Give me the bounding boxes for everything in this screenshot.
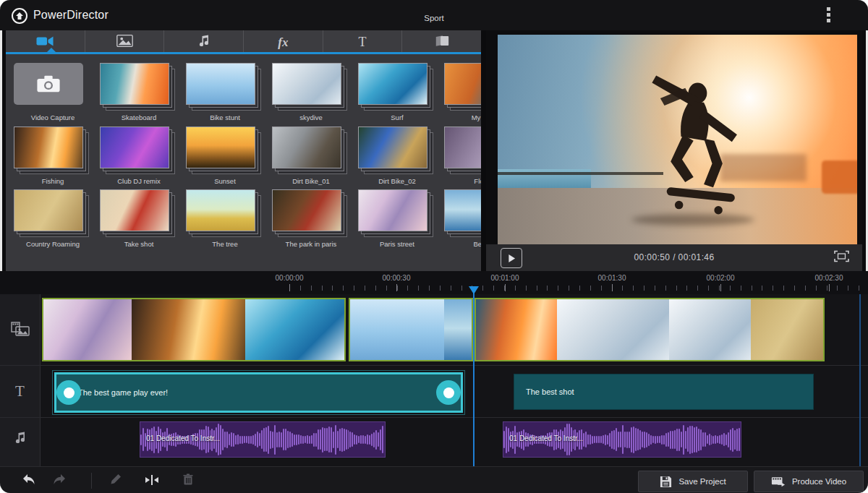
thumbnail-paris-street [358, 189, 427, 231]
library-item-label: Video Capture [13, 113, 93, 121]
trim-handle-left[interactable] [56, 380, 81, 405]
library-item-label: My vide [443, 113, 481, 121]
playhead-line [473, 292, 475, 466]
library-item-label: Dirt Bike_02 [357, 177, 437, 185]
library-item-the-tree[interactable]: The tree [185, 189, 271, 248]
transition-icon [434, 35, 450, 50]
clip-frame-beach [444, 299, 472, 360]
thumbnail-flower [444, 127, 481, 168]
photo-icon [116, 35, 133, 50]
video-clip[interactable] [42, 298, 346, 361]
produce-video-button[interactable]: Produce Video [754, 471, 864, 492]
audio-clip[interactable]: 01 Dedicated To Instr... [140, 421, 386, 458]
thumbnail-club-dj [100, 127, 169, 168]
ruler-label: 00:02:30 [807, 274, 851, 282]
clip-frame-bike-stunt [350, 299, 444, 360]
media-library: Video CaptureSkateboardBike stuntskydive… [6, 54, 481, 271]
title-clip-text: The best shot [514, 387, 574, 396]
thumbnail-dirt-bike-02 [358, 127, 427, 168]
preview-panel: 00:00:50 / 00:01:46 [486, 30, 862, 271]
library-item-dirt-bike-01[interactable]: Dirt Bike_01 [271, 127, 357, 185]
produce-film-icon [771, 476, 786, 488]
library-item-skydive[interactable]: skydive [271, 63, 357, 121]
library-item-label: The park in paris [271, 240, 351, 248]
undo-button[interactable] [19, 472, 39, 489]
clip-frame-fishing [132, 299, 245, 360]
library-item-take-shot[interactable]: Take shot [99, 189, 185, 248]
preview-viewport[interactable] [498, 35, 857, 244]
library-item-beach[interactable]: Beach [443, 189, 481, 248]
clip-frame-country-roaming [751, 299, 823, 360]
video-clip[interactable] [475, 298, 825, 361]
library-item-label: Dirt Bike_01 [271, 177, 351, 185]
library-item-label: Beach [443, 240, 481, 248]
tab-title-room[interactable]: T [323, 30, 402, 54]
trim-handle-right[interactable] [436, 380, 461, 405]
kebab-menu-icon[interactable] [823, 7, 833, 25]
library-item-my-video[interactable]: My vide [443, 63, 481, 121]
library-item-label: Club DJ remix [99, 177, 179, 185]
library-item-flower[interactable]: Flowe [443, 127, 481, 185]
library-item-sunset[interactable]: Sunset [185, 127, 271, 185]
video-capture-tile [14, 63, 83, 105]
camera-icon [36, 74, 61, 93]
video-clip[interactable] [349, 298, 473, 361]
library-item-paris-street[interactable]: Paris street [357, 189, 443, 248]
library-item-label: Skateboard [99, 113, 179, 121]
library-item-label: Bike stunt [185, 113, 265, 121]
room-tab-bar: fxT [6, 30, 481, 54]
clip-frame-skate-flare [476, 299, 557, 360]
library-item-park-paris[interactable]: The park in paris [271, 189, 357, 248]
library-item-bike-stunt[interactable]: Bike stunt [185, 63, 271, 121]
library-item-club-dj[interactable]: Club DJ remix [99, 127, 185, 185]
tab-media-room[interactable] [6, 30, 85, 54]
split-icon [144, 473, 160, 489]
library-item-skateboard[interactable]: Skateboard [99, 63, 185, 121]
timecode: 00:00:50 / 00:01:46 [486, 252, 862, 262]
thumbnail-country-roaming [14, 189, 83, 231]
thumbnail-take-shot [100, 189, 169, 231]
library-item-dirt-bike-02[interactable]: Dirt Bike_02 [357, 127, 443, 185]
track-header-column: T [0, 294, 41, 466]
fullscreen-icon[interactable] [834, 250, 849, 265]
thumbnail-the-tree [186, 189, 255, 231]
playhead-handle[interactable] [469, 286, 479, 294]
tab-photo-room[interactable] [85, 30, 164, 54]
preview-controls: 00:00:50 / 00:01:46 [486, 244, 862, 271]
trash-button [178, 472, 198, 489]
save-project-button[interactable]: Save Project [638, 471, 748, 492]
title-clip[interactable]: The best game play ever! [54, 372, 463, 413]
clip-frame-surf [245, 299, 344, 360]
library-item-country-roaming[interactable]: Country Roaming [13, 189, 99, 248]
redo-button [49, 472, 69, 489]
thumbnail-skydive [272, 63, 341, 105]
audio-clip[interactable]: 01 Dedicated To Instr... [503, 421, 741, 458]
music-note-icon [198, 35, 210, 51]
library-item-fishing[interactable]: Fishing [13, 127, 99, 185]
thumbnail-my-video [444, 63, 481, 105]
media-panel: fxT Video CaptureSkateboardBike stuntsky… [6, 30, 481, 271]
bottom-toolbar: Save Project Produce Video [0, 466, 868, 493]
active-tab-notch [47, 48, 56, 52]
library-item-label: The tree [185, 240, 265, 248]
title-clip[interactable]: The best shot [514, 374, 814, 410]
pencil-icon [110, 473, 122, 489]
timeline-tracks: T The best game play ever!The best shot0… [0, 294, 868, 466]
library-item-label: Country Roaming [13, 240, 93, 248]
clip-frame-paris-street [43, 299, 132, 360]
audio-clip-label: 01 Dedicated To Instr... [509, 434, 583, 442]
library-item-label: Surf [357, 113, 437, 121]
top-bar: PowerDirector Sport [0, 0, 868, 30]
tab-music-room[interactable] [163, 30, 243, 54]
save-disk-icon [660, 476, 672, 488]
tab-transition-room[interactable] [401, 30, 481, 54]
thumbnail-bike-stunt [186, 63, 255, 105]
tab-effect-room[interactable]: fx [243, 30, 323, 54]
library-item-surf[interactable]: Surf [357, 63, 443, 121]
library-item-label: Take shot [99, 240, 179, 248]
timeline-ruler[interactable]: 00:00:0000:00:3000:01:0000:01:3000:02:00… [0, 271, 868, 294]
library-item-capture[interactable]: Video Capture [13, 63, 99, 121]
fx-icon: fx [278, 35, 288, 50]
split-button[interactable] [142, 472, 162, 489]
thumbnail-sunset [186, 127, 255, 168]
